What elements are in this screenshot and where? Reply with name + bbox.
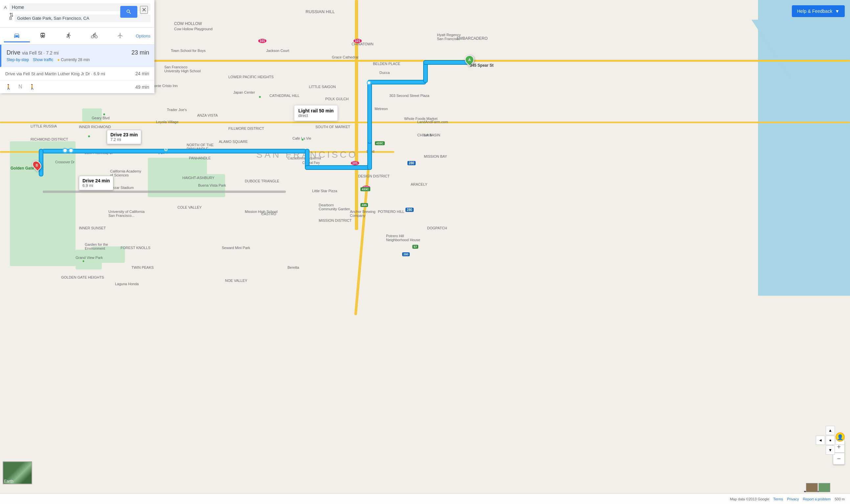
map-label-japan-center: Japan Center [233, 90, 255, 94]
walking-section: 🚶 N 🚶 49 min [0, 80, 155, 93]
step-by-step-link[interactable]: Step-by-step [6, 57, 29, 62]
walk-icon-3: 🚶 [29, 84, 35, 90]
map-label-aracely: ARACELY [411, 182, 428, 186]
transport-tabs: Options [0, 28, 155, 45]
close-button[interactable]: ✕ [140, 6, 148, 14]
map-label-mission-hs: Mission High School [245, 210, 278, 214]
panel-header: A ⇅ B ✕ [0, 0, 155, 28]
options-link[interactable]: Options [136, 34, 150, 38]
spear-st-label: 345 Spear St [470, 63, 493, 68]
route-end [424, 61, 468, 64]
route-alt-mlk [43, 191, 286, 193]
map-label-potrero-house: Potrero Hill [386, 234, 404, 238]
report-link[interactable]: Report a problem [803, 497, 831, 501]
map-label-hyatt2: San Francisco [437, 37, 460, 41]
shield-280-far-south: 280 [402, 252, 410, 256]
alt-route-option[interactable]: Drive via Fell St and Martin Luther King… [0, 67, 155, 80]
map-label-metreon: Metreon [375, 107, 388, 111]
marker-b: B [33, 160, 41, 170]
map-label-grace-cathedral: Grace Cathedral [332, 55, 359, 59]
shield-433c: 433C [375, 141, 385, 145]
swap-button[interactable]: ⇅ [9, 12, 14, 18]
map-label-embarcadero: EMBARCADERO [457, 36, 488, 41]
walk-icon-2: N [18, 84, 22, 90]
golden-gate-park [10, 141, 76, 266]
map-label-alamo-sq: ALAMO SQUARE [219, 140, 248, 144]
map-label-inner-sunset: INNER SUNSET [79, 226, 106, 230]
route-central-fwy [306, 166, 371, 169]
route-tooltip-primary[interactable]: Drive 23 min 7.2 mi [107, 130, 141, 144]
route-tooltip-alt[interactable]: Drive 24 min 6.9 mi [79, 176, 113, 190]
map-label-haight: HAIGHT-ASHBURY [182, 176, 215, 180]
scale-text: 500 m [835, 497, 845, 501]
shield-435: 435 [360, 203, 368, 207]
show-traffic-link[interactable]: Show traffic [33, 57, 53, 62]
map-label-kezar: Kezar Stadium [110, 186, 134, 190]
map-label-monte-cristo: Monte Cristo Inn [151, 84, 178, 88]
route-tooltip-alt-dist: 6.9 mi [83, 183, 110, 188]
map-label-garden2: Environment [85, 247, 105, 250]
map-container[interactable]: Drive 23 min 7.2 mi Drive 24 min 6.9 mi … [0, 0, 850, 504]
map-label-russian-hill: RUSSIAN HILL [306, 9, 335, 14]
map-label-cow-hollow: COW HOLLOW [174, 21, 202, 26]
shield-57: 57 [412, 245, 418, 249]
map-label-laguna-honda: Laguna Honda [115, 282, 139, 286]
help-chevron: ▼ [835, 8, 839, 14]
left-panel: A ⇅ B ✕ [0, 0, 155, 93]
primary-route-option[interactable]: Drive via Fell St · 7.2 mi 23 min Step-b… [0, 45, 155, 67]
map-street-crossover: Crossover Dr [55, 160, 75, 164]
map-label-lot-a: Lot A [424, 133, 432, 137]
map-label-duboce: DUBOCE TRIANGLE [245, 179, 279, 183]
map-label-cathedral-hill: CATHEDRAL HILL [269, 94, 300, 97]
shield-433c-2: 433C [360, 187, 370, 191]
map-label-303-second: 303 Second Street Plaza [390, 94, 430, 97]
nav-left[interactable]: ◄ [816, 436, 825, 445]
map-label-twin-peaks: TWIN PEAKS [131, 266, 154, 269]
map-label-uhs2: University High School [164, 69, 201, 73]
map-label-panhandle: PANHANDLE [189, 156, 211, 160]
map-label-polk-gulch: POLK GULCH [325, 97, 349, 101]
map-label-ucsf2: San Francisco... [108, 214, 134, 217]
terms-link[interactable]: Terms [773, 497, 783, 501]
map-label-jackson-ct: Jackson Court [266, 49, 289, 53]
route-dot-mid [164, 148, 167, 151]
poi-mini-park [103, 113, 106, 116]
poi-japan-center [258, 96, 261, 98]
transport-tab-drive[interactable] [4, 30, 30, 42]
map-label-soma: SOUTH OF MARKET [315, 125, 350, 129]
transport-tab-flight[interactable] [107, 30, 133, 42]
lightrail-tooltip: Light rail 50 min direct [294, 105, 338, 121]
walk-icons-row: 🚶 N 🚶 [5, 84, 35, 90]
map-type-satellite[interactable] [818, 483, 830, 492]
map-type-buttons [806, 483, 830, 492]
nav-up[interactable]: ▲ [826, 426, 835, 435]
poi-grand-view [82, 260, 85, 263]
map-type-terrain[interactable] [806, 483, 818, 492]
highway-101 [355, 0, 358, 230]
map-label-lower-pacific: LOWER PACIFIC HEIGHTS [228, 75, 274, 79]
map-label-anchor-brewing2: Company [350, 214, 365, 217]
map-label-ucsf: University of California [108, 210, 145, 214]
privacy-link[interactable]: Privacy [787, 497, 799, 501]
route-circle-end [367, 80, 371, 85]
primary-route-via: via Fell St · 7.2 mi [22, 50, 58, 55]
transport-tab-bike[interactable] [82, 30, 107, 42]
map-label-grandview: Grand View Park [76, 256, 103, 259]
map-label-uhs: San Francisco [164, 65, 187, 69]
nav-down[interactable]: ▼ [826, 446, 835, 455]
transport-tab-walk[interactable] [56, 30, 82, 42]
help-feedback-button[interactable]: Help & Feedback ▼ [792, 5, 845, 17]
map-label-trader-joes: Trader Joe's [167, 108, 187, 112]
pegman-button[interactable]: 👤 [835, 432, 845, 442]
shield-101-soma: 101 [351, 161, 359, 165]
shield-101-mid: 101 [354, 39, 362, 43]
nav-center[interactable]: ● [826, 436, 835, 445]
copyright: Map data ©2013 Google [730, 497, 769, 501]
map-label-cole-valley: COLE VALLEY [177, 205, 202, 209]
transport-tab-transit[interactable] [30, 30, 56, 42]
map-label-little-saigon: LITTLE SAIGON [309, 85, 336, 89]
map-label-inner-richmond: INNER RICHMOND [79, 125, 111, 129]
map-label-fillmore: FILLMORE DISTRICT [228, 126, 264, 130]
search-button[interactable] [120, 6, 137, 18]
map-label-dogpatch: DOGPATCH [427, 226, 447, 230]
